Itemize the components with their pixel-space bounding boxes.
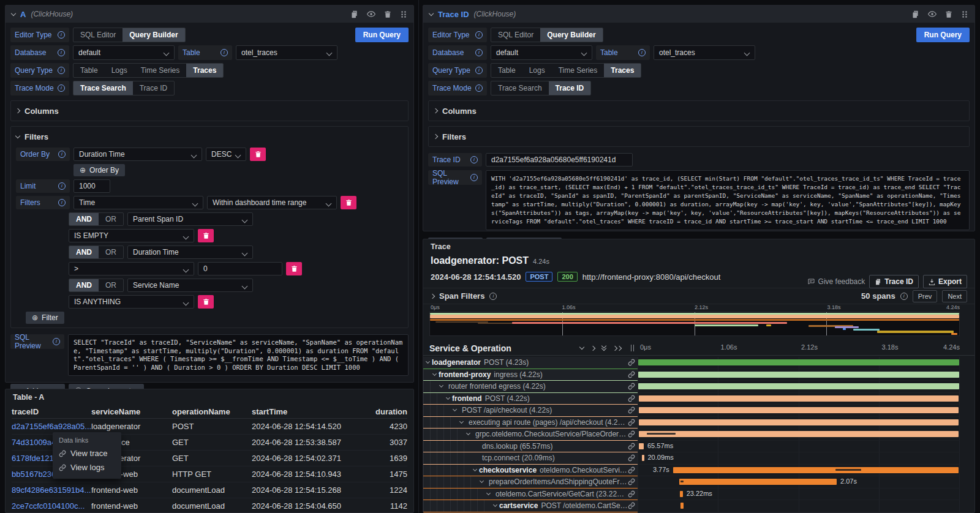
span-bar[interactable]: 65.57ms — [639, 443, 644, 449]
drag-handle-icon[interactable] — [961, 10, 968, 18]
span-bar-track[interactable] — [638, 381, 960, 393]
trace-id-link[interactable]: 2ce7ccfc0104100c... — [12, 501, 91, 511]
span-row[interactable]: router frontend egress (4.22s) — [423, 381, 974, 393]
order-by-field-select[interactable]: Duration Time — [74, 148, 202, 161]
database-select[interactable]: default — [73, 45, 175, 60]
hide-query-icon[interactable] — [928, 10, 937, 18]
delete-query-icon[interactable] — [384, 10, 391, 18]
trace-id-option[interactable]: Trace ID — [133, 81, 175, 95]
query-type-timeseries[interactable]: Time Series — [134, 64, 187, 77]
duplicate-query-icon[interactable] — [350, 10, 358, 18]
span-chevron-icon[interactable] — [491, 505, 499, 506]
span-bar-track[interactable] — [638, 369, 960, 381]
span-bar[interactable] — [638, 359, 959, 365]
collapse-all-icon[interactable] — [602, 346, 606, 350]
span-chevron-icon[interactable] — [470, 470, 479, 471]
span-row[interactable]: frontend-proxy ingress (4.22s) — [423, 369, 974, 381]
trace-id-option[interactable]: Trace ID — [549, 81, 591, 95]
col-operationname[interactable]: operationName — [172, 407, 252, 416]
col-servicename[interactable]: serviceName — [91, 407, 172, 416]
query-header-a[interactable]: A (ClickHouse) — [6, 6, 413, 23]
remove-condition-button[interactable] — [286, 262, 302, 275]
span-link-icon[interactable] — [628, 419, 635, 426]
run-query-button[interactable]: Run Query — [916, 28, 970, 42]
query-type-table[interactable]: Table — [74, 64, 105, 77]
span-link-icon[interactable] — [628, 359, 635, 366]
query-type-table[interactable]: Table — [491, 64, 522, 77]
span-bar[interactable]: 3.77s — [673, 467, 959, 473]
span-link-icon[interactable] — [628, 383, 635, 390]
trace-id-input[interactable]: d2a7155ef6a928a05680e5ff6190241d — [486, 153, 633, 167]
panel-title[interactable]: Table - A — [6, 389, 413, 405]
remove-condition-button[interactable] — [198, 295, 214, 309]
col-starttime[interactable]: startTime — [252, 407, 341, 416]
columns-section[interactable]: Columns — [428, 100, 970, 121]
span-bar-track[interactable] — [638, 357, 960, 369]
span-row[interactable]: POST /api/checkout (4.22s) — [423, 405, 974, 417]
chevron-right-icon[interactable] — [430, 293, 435, 298]
condition-operator-select[interactable]: > — [69, 262, 194, 275]
table-select[interactable]: otel_traces — [236, 45, 337, 60]
columns-section[interactable]: Columns — [10, 100, 409, 121]
trace-id-link[interactable]: 89cf4286e631591b4... — [12, 485, 91, 495]
span-row[interactable]: loadgenerator POST (4.23s) — [423, 357, 974, 369]
filter-field-select[interactable]: Time — [74, 196, 203, 209]
order-by-direction-select[interactable]: DESC — [206, 148, 246, 161]
span-bar-track[interactable]: 20.09ms — [638, 452, 960, 465]
query-type-timeseries[interactable]: Time Series — [552, 64, 605, 77]
span-bar[interactable]: 20.09ms — [642, 455, 644, 461]
span-link-icon[interactable] — [628, 478, 635, 485]
span-link-icon[interactable] — [628, 466, 635, 474]
column-resize-handle[interactable] — [631, 345, 634, 351]
duplicate-query-icon[interactable] — [911, 10, 919, 18]
give-feedback-link[interactable]: Give feedback — [807, 277, 865, 286]
span-chevron-icon[interactable] — [437, 386, 445, 387]
collapse-one-icon[interactable] — [579, 345, 584, 350]
panel-title[interactable]: Trace — [423, 239, 974, 254]
table-select[interactable]: otel_traces — [654, 45, 755, 60]
sql-editor-option[interactable]: SQL Editor — [74, 28, 123, 42]
add-filter-button[interactable]: Filter — [26, 312, 64, 324]
trace-search-option[interactable]: Trace Search — [74, 81, 133, 95]
span-row[interactable]: executing api route (pages) /api/checkou… — [423, 417, 974, 429]
span-bar[interactable] — [638, 372, 959, 378]
condition-field-select[interactable]: Parent Span ID — [127, 212, 253, 226]
span-link-icon[interactable] — [628, 502, 635, 509]
span-chevron-icon[interactable] — [457, 422, 466, 423]
span-chevron-icon[interactable] — [423, 362, 432, 363]
or-option[interactable]: OR — [99, 279, 123, 291]
condition-value-input[interactable]: 0 — [198, 262, 282, 275]
span-chevron-icon[interactable] — [443, 398, 452, 399]
trace-minimap[interactable]: 0μs 1.06s 2.12s 3.18s 4.24s — [429, 304, 960, 336]
span-link-icon[interactable] — [628, 371, 635, 378]
span-chevron-icon[interactable] — [464, 433, 472, 435]
and-option[interactable]: AND — [69, 246, 99, 258]
query-builder-option[interactable]: Query Builder — [540, 28, 602, 42]
query-builder-option[interactable]: Query Builder — [123, 28, 184, 42]
or-option[interactable]: OR — [99, 213, 123, 225]
span-bar[interactable] — [639, 407, 959, 413]
trace-id-button[interactable]: Trace ID — [869, 275, 919, 288]
condition-field-select[interactable]: Duration Time — [127, 245, 253, 259]
expand-all-icon[interactable] — [613, 346, 621, 350]
span-row[interactable]: frontend POST (4.22s) — [423, 393, 974, 405]
span-bar[interactable] — [638, 383, 959, 389]
query-header-traceid[interactable]: Trace ID (ClickHouse) — [423, 6, 974, 23]
query-type-traces[interactable]: Traces — [186, 64, 223, 77]
span-bar-track[interactable] — [638, 393, 960, 405]
query-type-logs[interactable]: Logs — [105, 64, 134, 77]
condition-field-select[interactable]: Service Name — [127, 279, 253, 292]
span-row[interactable]: cartservice POST /oteldemo.CartService/G… — [423, 500, 974, 512]
filter-value-select[interactable]: Within dashboard time range — [207, 196, 337, 209]
add-order-by-button[interactable]: Order By — [74, 164, 125, 176]
run-query-button[interactable]: Run Query — [355, 28, 409, 42]
span-bar-track[interactable] — [638, 417, 960, 429]
span-bar[interactable]: 2.07s — [679, 479, 837, 485]
span-row[interactable]: prepareOrderItemsAndShippingQuoteFromCar… — [423, 476, 974, 489]
span-row[interactable]: oteldemo.CartService/GetCart (23.22ms) 2… — [423, 489, 974, 501]
span-row[interactable]: checkoutservice oteldemo.CheckoutService… — [423, 465, 974, 477]
condition-operator-select[interactable]: IS ANYTHING — [69, 295, 194, 309]
view-logs-link[interactable]: View logs — [59, 460, 115, 474]
filters-section-header[interactable]: Filters — [16, 130, 403, 143]
delete-query-icon[interactable] — [945, 10, 952, 18]
